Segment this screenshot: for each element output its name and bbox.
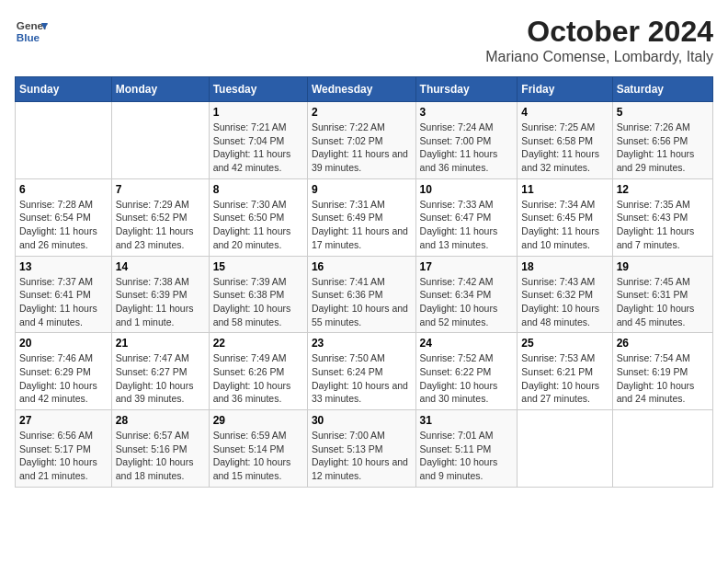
day-cell: 6Sunrise: 7:28 AMSunset: 6:54 PMDaylight…	[16, 178, 112, 256]
day-cell: 20Sunrise: 7:46 AMSunset: 6:29 PMDayligh…	[16, 333, 112, 410]
day-cell: 1Sunrise: 7:21 AMSunset: 7:04 PMDaylight…	[209, 102, 307, 179]
day-cell: 26Sunrise: 7:54 AMSunset: 6:19 PMDayligh…	[612, 333, 712, 410]
day-number: 20	[19, 337, 108, 350]
day-info: Sunrise: 7:37 AMSunset: 6:41 PMDaylight:…	[19, 275, 108, 329]
day-number: 16	[312, 260, 412, 273]
day-number: 29	[213, 414, 303, 427]
day-cell	[111, 102, 209, 179]
day-number: 22	[213, 337, 303, 350]
day-info: Sunrise: 7:00 AMSunset: 5:13 PMDaylight:…	[312, 429, 412, 483]
week-row-4: 20Sunrise: 7:46 AMSunset: 6:29 PMDayligh…	[16, 333, 713, 410]
day-info: Sunrise: 7:46 AMSunset: 6:29 PMDaylight:…	[19, 351, 108, 406]
day-number: 23	[312, 337, 412, 350]
day-info: Sunrise: 7:33 AMSunset: 6:47 PMDaylight:…	[420, 198, 514, 252]
day-info: Sunrise: 7:30 AMSunset: 6:50 PMDaylight:…	[213, 198, 303, 252]
day-cell: 10Sunrise: 7:33 AMSunset: 6:47 PMDayligh…	[415, 178, 518, 256]
column-header-wednesday: Wednesday	[307, 77, 415, 102]
day-cell: 15Sunrise: 7:39 AMSunset: 6:38 PMDayligh…	[209, 256, 307, 333]
day-number: 21	[116, 337, 205, 350]
day-cell: 7Sunrise: 7:29 AMSunset: 6:52 PMDaylight…	[111, 178, 209, 256]
week-row-5: 27Sunrise: 6:56 AMSunset: 5:17 PMDayligh…	[16, 410, 713, 488]
day-number: 12	[617, 183, 709, 196]
week-row-3: 13Sunrise: 7:37 AMSunset: 6:41 PMDayligh…	[16, 256, 713, 333]
day-number: 4	[521, 106, 608, 119]
day-number: 15	[213, 260, 303, 273]
day-info: Sunrise: 7:35 AMSunset: 6:43 PMDaylight:…	[617, 198, 709, 252]
day-cell: 2Sunrise: 7:22 AMSunset: 7:02 PMDaylight…	[307, 102, 415, 179]
day-cell: 23Sunrise: 7:50 AMSunset: 6:24 PMDayligh…	[307, 333, 415, 410]
svg-text:Blue: Blue	[17, 31, 40, 43]
day-number: 30	[312, 414, 412, 427]
day-number: 19	[617, 260, 709, 273]
day-info: Sunrise: 6:57 AMSunset: 5:16 PMDaylight:…	[116, 429, 205, 483]
day-info: Sunrise: 7:43 AMSunset: 6:32 PMDaylight:…	[521, 275, 608, 329]
day-cell: 19Sunrise: 7:45 AMSunset: 6:31 PMDayligh…	[612, 256, 712, 333]
day-cell: 28Sunrise: 6:57 AMSunset: 5:16 PMDayligh…	[111, 410, 209, 488]
day-number: 13	[19, 260, 108, 273]
day-cell: 16Sunrise: 7:41 AMSunset: 6:36 PMDayligh…	[307, 256, 415, 333]
day-number: 31	[420, 414, 514, 427]
day-info: Sunrise: 7:47 AMSunset: 6:27 PMDaylight:…	[116, 351, 205, 406]
day-number: 2	[312, 106, 412, 119]
day-number: 24	[420, 337, 514, 350]
day-cell: 11Sunrise: 7:34 AMSunset: 6:45 PMDayligh…	[518, 178, 612, 256]
day-cell: 14Sunrise: 7:38 AMSunset: 6:39 PMDayligh…	[111, 256, 209, 333]
day-cell: 13Sunrise: 7:37 AMSunset: 6:41 PMDayligh…	[16, 256, 112, 333]
column-header-sunday: Sunday	[16, 77, 112, 102]
day-cell: 22Sunrise: 7:49 AMSunset: 6:26 PMDayligh…	[209, 333, 307, 410]
title-block: October 2024 Mariano Comense, Lombardy, …	[485, 15, 713, 65]
day-info: Sunrise: 6:56 AMSunset: 5:17 PMDaylight:…	[19, 429, 108, 483]
header: General Blue October 2024 Mariano Comens…	[15, 15, 713, 65]
day-number: 5	[617, 106, 709, 119]
day-number: 26	[617, 337, 709, 350]
day-number: 27	[19, 414, 108, 427]
day-cell: 29Sunrise: 6:59 AMSunset: 5:14 PMDayligh…	[209, 410, 307, 488]
day-info: Sunrise: 6:59 AMSunset: 5:14 PMDaylight:…	[213, 429, 303, 483]
day-number: 18	[521, 260, 608, 273]
logo: General Blue	[15, 15, 51, 48]
day-number: 3	[420, 106, 514, 119]
calendar-table: SundayMondayTuesdayWednesdayThursdayFrid…	[15, 76, 713, 488]
day-info: Sunrise: 7:52 AMSunset: 6:22 PMDaylight:…	[420, 351, 514, 406]
day-info: Sunrise: 7:49 AMSunset: 6:26 PMDaylight:…	[213, 351, 303, 406]
day-cell	[16, 102, 112, 179]
logo-icon: General Blue	[15, 15, 48, 48]
day-number: 1	[213, 106, 303, 119]
column-header-thursday: Thursday	[415, 77, 518, 102]
day-cell: 9Sunrise: 7:31 AMSunset: 6:49 PMDaylight…	[307, 178, 415, 256]
day-cell	[612, 410, 712, 488]
day-info: Sunrise: 7:50 AMSunset: 6:24 PMDaylight:…	[312, 351, 412, 406]
day-info: Sunrise: 7:39 AMSunset: 6:38 PMDaylight:…	[213, 275, 303, 329]
day-number: 7	[116, 183, 205, 196]
day-number: 10	[420, 183, 514, 196]
day-info: Sunrise: 7:26 AMSunset: 6:56 PMDaylight:…	[617, 121, 709, 175]
day-number: 14	[116, 260, 205, 273]
day-info: Sunrise: 7:28 AMSunset: 6:54 PMDaylight:…	[19, 198, 108, 252]
day-number: 11	[521, 183, 608, 196]
day-cell: 8Sunrise: 7:30 AMSunset: 6:50 PMDaylight…	[209, 178, 307, 256]
day-cell: 17Sunrise: 7:42 AMSunset: 6:34 PMDayligh…	[415, 256, 518, 333]
week-row-1: 1Sunrise: 7:21 AMSunset: 7:04 PMDaylight…	[16, 102, 713, 179]
column-header-tuesday: Tuesday	[209, 77, 307, 102]
day-cell: 25Sunrise: 7:53 AMSunset: 6:21 PMDayligh…	[518, 333, 612, 410]
day-info: Sunrise: 7:34 AMSunset: 6:45 PMDaylight:…	[521, 198, 608, 252]
column-header-saturday: Saturday	[612, 77, 712, 102]
month-title: October 2024	[485, 15, 713, 49]
day-cell: 4Sunrise: 7:25 AMSunset: 6:58 PMDaylight…	[518, 102, 612, 179]
day-number: 6	[19, 183, 108, 196]
day-info: Sunrise: 7:38 AMSunset: 6:39 PMDaylight:…	[116, 275, 205, 329]
day-cell: 30Sunrise: 7:00 AMSunset: 5:13 PMDayligh…	[307, 410, 415, 488]
day-cell: 27Sunrise: 6:56 AMSunset: 5:17 PMDayligh…	[16, 410, 112, 488]
day-cell: 21Sunrise: 7:47 AMSunset: 6:27 PMDayligh…	[111, 333, 209, 410]
day-info: Sunrise: 7:53 AMSunset: 6:21 PMDaylight:…	[521, 351, 608, 406]
day-info: Sunrise: 7:42 AMSunset: 6:34 PMDaylight:…	[420, 275, 514, 329]
day-info: Sunrise: 7:41 AMSunset: 6:36 PMDaylight:…	[312, 275, 412, 329]
location-subtitle: Mariano Comense, Lombardy, Italy	[485, 49, 713, 65]
column-header-friday: Friday	[518, 77, 612, 102]
day-info: Sunrise: 7:29 AMSunset: 6:52 PMDaylight:…	[116, 198, 205, 252]
day-info: Sunrise: 7:31 AMSunset: 6:49 PMDaylight:…	[312, 198, 412, 252]
day-cell: 12Sunrise: 7:35 AMSunset: 6:43 PMDayligh…	[612, 178, 712, 256]
day-cell: 5Sunrise: 7:26 AMSunset: 6:56 PMDaylight…	[612, 102, 712, 179]
week-row-2: 6Sunrise: 7:28 AMSunset: 6:54 PMDaylight…	[16, 178, 713, 256]
calendar-header-row: SundayMondayTuesdayWednesdayThursdayFrid…	[16, 77, 713, 102]
